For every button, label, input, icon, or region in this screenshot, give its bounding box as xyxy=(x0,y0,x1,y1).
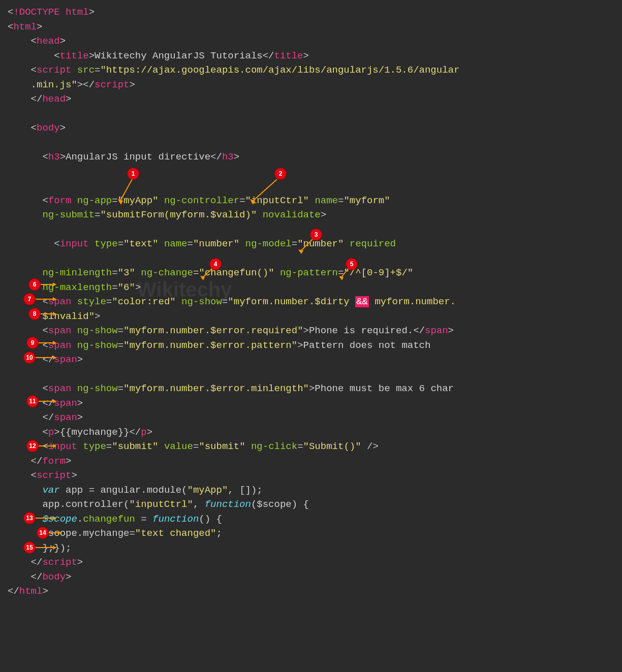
code-line: <span ng-show="myform.number.$error.minl… xyxy=(8,381,614,396)
code-line: ng-maxlength="6"> xyxy=(8,280,614,295)
code-line: .min.js"></script> xyxy=(8,78,614,92)
svg-line-0 xyxy=(119,179,132,202)
svg-line-2 xyxy=(252,179,277,202)
annotation-badge-7: 7 xyxy=(23,293,36,305)
code-line: <html> xyxy=(8,20,614,35)
annotation-badge-11: 11 xyxy=(26,395,39,407)
annotation-badge-8: 8 xyxy=(28,308,41,320)
code-line: <span style="color:red" ng-show="myform.… xyxy=(8,295,614,309)
annotation-badge-14: 14 xyxy=(37,527,49,539)
code-editor: Wikitechy 1 2 3 4 5 xyxy=(0,0,622,604)
annotation-badge-15: 15 xyxy=(23,541,36,554)
code-line: <title>Wikitechy AngularJS Tutorials</ti… xyxy=(8,49,614,63)
code-line: $scope.changefun = function() { xyxy=(8,512,614,527)
code-line: <p>{{mychange}}</p> xyxy=(8,425,614,440)
code-line: </body> xyxy=(8,570,614,585)
code-line: <script> xyxy=(8,468,614,483)
code-line: <span ng-show="myform.number.$error.patt… xyxy=(8,338,614,353)
code-line: app.controller("inputCtrl", function($sc… xyxy=(8,497,614,512)
code-line: </head> xyxy=(8,92,614,107)
code-line: </span> xyxy=(8,396,614,411)
annotation-badge-10: 10 xyxy=(23,351,36,364)
code-line: <form ng-app="myApp" ng-controller="inpu… xyxy=(8,194,614,208)
svg-marker-9 xyxy=(339,276,344,280)
code-line: <span ng-show="myform.number.$error.requ… xyxy=(8,324,614,338)
code-line: </html> xyxy=(8,584,614,599)
code-line: <script src="https://ajax.googleapis.com… xyxy=(8,63,614,78)
svg-marker-1 xyxy=(118,199,123,205)
code-line: </span> xyxy=(8,353,614,367)
code-line: </span> xyxy=(8,410,614,425)
code-line: <h3>AngularJS input directive</h3> xyxy=(8,150,614,165)
code-line: <input type="submit" value="submit" ng-c… xyxy=(8,439,614,454)
annotation-badge-13: 13 xyxy=(23,512,36,524)
code-line: <body> xyxy=(8,121,614,136)
code-line: };}); xyxy=(8,541,614,556)
code-line: ng-submit="submitForm(myform.$valid)" no… xyxy=(8,208,614,222)
code-line: </form> xyxy=(8,454,614,469)
code-line: </script> xyxy=(8,555,614,570)
code-line: ng-minlength="3" ng-change="changefun()"… xyxy=(8,266,614,280)
svg-marker-5 xyxy=(298,249,303,254)
annotation-badge-9: 9 xyxy=(26,337,39,349)
svg-line-4 xyxy=(300,239,313,252)
code-line: $invalid"> xyxy=(8,309,614,324)
annotation-badge-12: 12 xyxy=(26,440,39,452)
code-line: <head> xyxy=(8,34,614,49)
code-line: $scope.mychange="text changed"; xyxy=(8,526,614,541)
annotation-badge-6: 6 xyxy=(28,278,41,291)
code-line: <!DOCTYPE html> xyxy=(8,5,614,20)
code-line: var app = angular.module("myApp", []); xyxy=(8,483,614,498)
